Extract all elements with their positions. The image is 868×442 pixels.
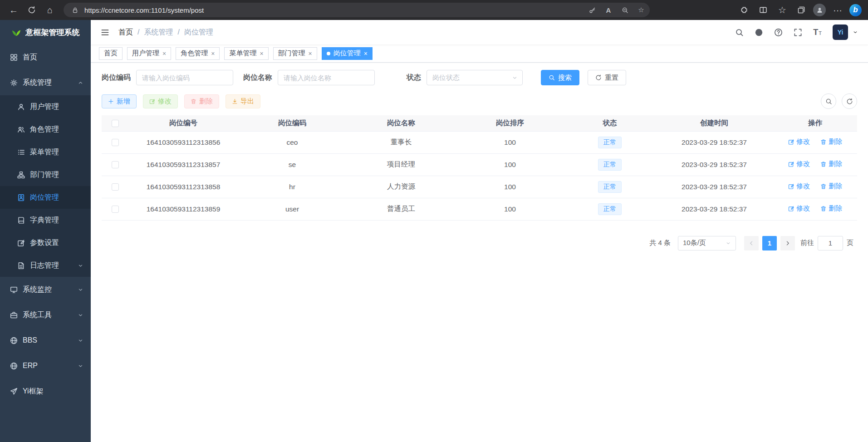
toggle-search-button[interactable] — [821, 93, 836, 109]
browser-profile-avatar[interactable] — [813, 4, 826, 16]
trash-icon — [820, 161, 827, 167]
browser-menu-icon[interactable]: ··· — [830, 3, 845, 17]
row-edit-link[interactable]: 修改 — [788, 160, 810, 168]
zoom-out-icon[interactable] — [619, 4, 631, 16]
row-checkbox[interactable] — [112, 161, 119, 168]
split-screen-icon[interactable] — [756, 3, 770, 17]
help-icon[interactable] — [774, 28, 783, 37]
export-button[interactable]: 导出 — [226, 94, 260, 108]
sidebar-item-user-mgmt[interactable]: 用户管理 — [0, 95, 91, 118]
delete-button[interactable]: 删除 — [184, 94, 219, 108]
refresh-icon[interactable] — [25, 3, 39, 17]
export-button-label: 导出 — [240, 97, 254, 106]
sidebar-item-system-mgmt[interactable]: 系统管理 — [0, 70, 91, 95]
row-edit-label: 修改 — [796, 160, 810, 168]
prev-page-button[interactable] — [744, 236, 759, 250]
close-tab-icon[interactable]: × — [309, 50, 312, 57]
user-avatar[interactable]: Yi — [833, 25, 848, 40]
sidebar-item-yi-framework[interactable]: Yi框架 — [0, 378, 91, 404]
sidebar-item-menu-mgmt[interactable]: 菜单管理 — [0, 141, 91, 163]
post-code-cell: se — [238, 153, 347, 176]
page-size-value: 10条/页 — [683, 239, 706, 247]
page-size-select[interactable]: 10条/页 — [678, 236, 736, 250]
header-actions: TT Yi — [735, 25, 858, 40]
tab-post-mgmt[interactable]: 岗位管理 × — [322, 47, 373, 60]
url-text[interactable]: https://ccnetcore.com:1101/system/post — [84, 6, 586, 14]
row-checkbox[interactable] — [112, 139, 119, 146]
sidebar-item-dept-mgmt[interactable]: 部门管理 — [0, 163, 91, 186]
tab-role-mgmt[interactable]: 角色管理 × — [176, 47, 220, 60]
post-sort-cell: 100 — [456, 176, 564, 198]
close-tab-icon[interactable]: × — [364, 50, 368, 57]
sidebar-item-post-mgmt[interactable]: 岗位管理 — [0, 186, 91, 209]
refresh-table-button[interactable] — [842, 93, 857, 109]
browser-home-icon[interactable]: ⌂ — [43, 3, 57, 17]
select-all-checkbox[interactable] — [112, 120, 119, 127]
row-delete-link[interactable]: 删除 — [820, 204, 843, 213]
page-number-button[interactable]: 1 — [762, 236, 777, 250]
row-delete-link[interactable]: 删除 — [820, 138, 843, 146]
avatar-caret-icon[interactable] — [853, 29, 858, 35]
breadcrumb-home[interactable]: 首页 — [118, 28, 133, 37]
sidebar-item-label: ERP — [23, 362, 38, 370]
font-size-icon[interactable]: TT — [813, 28, 822, 37]
chevron-down-icon — [78, 287, 83, 293]
bing-copilot-icon[interactable]: b — [849, 4, 862, 16]
row-delete-label: 删除 — [829, 204, 842, 213]
row-edit-link[interactable]: 修改 — [788, 138, 810, 146]
goto-page-input[interactable] — [818, 236, 843, 250]
row-edit-link[interactable]: 修改 — [788, 182, 810, 191]
sidebar-item-home[interactable]: 首页 — [0, 44, 91, 70]
col-post-sort: 岗位排序 — [456, 115, 564, 131]
tab-user-mgmt[interactable]: 用户管理 × — [127, 47, 171, 60]
sidebar-item-system-monitor[interactable]: 系统监控 — [0, 277, 91, 302]
add-favorite-icon[interactable]: ☆ — [635, 4, 647, 16]
fullscreen-icon[interactable] — [794, 28, 802, 37]
tab-dept-mgmt[interactable]: 部门管理 × — [273, 47, 317, 60]
lock-icon[interactable] — [69, 4, 81, 16]
edit-button[interactable]: 修改 — [143, 94, 178, 108]
close-tab-icon[interactable]: × — [260, 50, 263, 57]
sidebar-item-dict-mgmt[interactable]: 字典管理 — [0, 209, 91, 231]
search-icon[interactable] — [735, 28, 744, 37]
tab-menu-mgmt[interactable]: 菜单管理 × — [224, 47, 268, 60]
row-delete-link[interactable]: 删除 — [820, 182, 843, 191]
sidebar-item-log-mgmt[interactable]: 日志管理 — [0, 254, 91, 277]
app-logo[interactable]: 意框架管理系统 — [0, 20, 91, 44]
table-row[interactable]: 1641030593112313859 user 普通员工 100 正常 202… — [102, 198, 857, 220]
tab-home[interactable]: 首页 — [99, 47, 123, 60]
read-aloud-icon[interactable]: A — [603, 4, 614, 16]
post-code-input[interactable] — [136, 70, 233, 85]
collections-icon[interactable] — [794, 3, 809, 17]
row-edit-link[interactable]: 修改 — [788, 204, 810, 213]
row-checkbox[interactable] — [112, 206, 119, 213]
github-icon[interactable] — [755, 28, 763, 37]
sidebar-item-erp[interactable]: ERP — [0, 353, 91, 378]
sidebar-item-role-mgmt[interactable]: 角色管理 — [0, 118, 91, 141]
collapse-sidebar-button[interactable] — [101, 28, 109, 37]
search-button[interactable]: 搜索 — [541, 70, 579, 85]
extensions-icon[interactable] — [737, 3, 751, 17]
reset-button[interactable]: 重置 — [588, 70, 626, 85]
table-row[interactable]: 1641030593112313858 hr 人力资源 100 正常 2023-… — [102, 176, 857, 198]
next-page-button[interactable] — [780, 236, 795, 250]
sidebar-item-bbs[interactable]: BBS — [0, 328, 91, 353]
tab-label: 部门管理 — [278, 49, 305, 58]
sidebar-item-system-tools[interactable]: 系统工具 — [0, 302, 91, 328]
back-icon[interactable]: ← — [6, 3, 21, 17]
row-checkbox[interactable] — [112, 183, 119, 191]
table-row[interactable]: 1641030593112313856 ceo 董事长 100 正常 2023-… — [102, 131, 857, 153]
add-button[interactable]: 新增 — [102, 94, 137, 108]
refresh-icon — [595, 74, 602, 81]
post-name-input[interactable] — [278, 70, 375, 85]
password-key-icon[interactable] — [586, 4, 598, 16]
close-tab-icon[interactable]: × — [211, 50, 215, 57]
table-row[interactable]: 1641030593112313857 se 项目经理 100 正常 2023-… — [102, 153, 857, 176]
row-delete-link[interactable]: 删除 — [820, 160, 843, 168]
favorites-icon[interactable]: ☆ — [775, 3, 790, 17]
post-code-filter: 岗位编码 — [102, 70, 233, 85]
sidebar-item-param-settings[interactable]: 参数设置 — [0, 231, 91, 254]
close-tab-icon[interactable]: × — [162, 50, 166, 57]
address-bar[interactable]: https://ccnetcore.com:1101/system/post A… — [64, 3, 650, 17]
status-select[interactable]: 岗位状态 — [427, 70, 523, 85]
